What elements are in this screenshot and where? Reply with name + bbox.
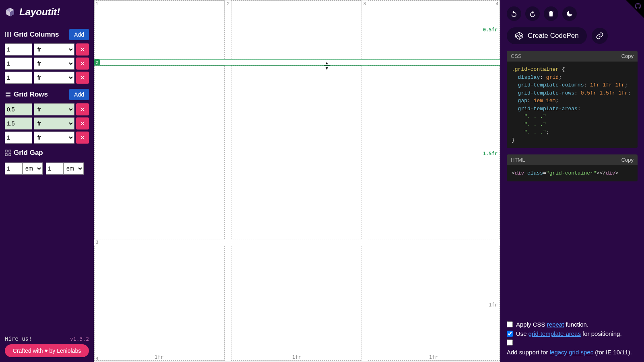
row-value-input[interactable] xyxy=(5,117,32,130)
repeat-link[interactable]: repeat xyxy=(547,321,564,328)
column-unit-select[interactable]: fr xyxy=(34,72,74,84)
remove-row-button[interactable] xyxy=(76,117,89,130)
grid-cell[interactable] xyxy=(94,66,225,239)
gap-header: Grid Gap xyxy=(5,149,89,157)
theme-toggle-button[interactable] xyxy=(562,6,577,21)
column-value-input[interactable] xyxy=(5,43,32,56)
css-label: CSS xyxy=(511,53,522,59)
grid-cell[interactable] xyxy=(231,66,361,239)
row-track-row: fr xyxy=(5,117,89,130)
svg-rect-0 xyxy=(5,150,7,152)
undo-button[interactable] xyxy=(507,6,521,21)
column-value-input[interactable] xyxy=(5,72,32,84)
grid-cell[interactable] xyxy=(368,246,500,361)
reset-button[interactable] xyxy=(544,6,558,21)
add-row-button[interactable]: Add xyxy=(69,89,89,100)
github-icon xyxy=(634,2,642,11)
remove-column-button[interactable] xyxy=(76,58,89,70)
row-fr-label: 0.5fr xyxy=(483,27,497,33)
html-code-body[interactable]: <div class="grid-container"></div> xyxy=(507,165,638,181)
columns-icon xyxy=(5,31,11,38)
logo-text: Layoutit! xyxy=(19,6,60,18)
css-code-body[interactable]: .grid-container { display: grid; grid-te… xyxy=(507,62,638,148)
grid-template-areas-link[interactable]: grid-template-areas xyxy=(528,330,581,337)
css-code-panel: CSS Copy .grid-container { display: grid… xyxy=(507,51,638,148)
grid-cell[interactable] xyxy=(368,66,500,239)
grid-cell[interactable] xyxy=(94,0,225,59)
col-fr-label: 1fr xyxy=(292,354,301,360)
moon-icon xyxy=(566,10,573,17)
rows-icon xyxy=(5,91,11,98)
remove-column-button[interactable] xyxy=(76,43,89,56)
legacy-grid-checkbox[interactable] xyxy=(507,339,513,346)
grid-cell[interactable] xyxy=(94,246,225,361)
row-value-input[interactable] xyxy=(5,132,32,144)
permalink-button[interactable] xyxy=(592,28,608,44)
trash-icon xyxy=(547,10,555,17)
row-track-row: fr xyxy=(5,132,89,144)
row-resize-cursor-icon: ▲▼ xyxy=(323,62,331,70)
grid-cell[interactable] xyxy=(231,0,361,59)
close-icon xyxy=(80,121,85,126)
hire-us-link[interactable]: Hire us! xyxy=(5,335,32,342)
gap-row-unit-select[interactable]: em xyxy=(23,162,43,175)
grid-cell[interactable] xyxy=(368,0,500,59)
row-gap-handle[interactable]: 2 xyxy=(94,59,500,66)
use-grid-areas-option[interactable]: Use grid-template-areas for positioning. xyxy=(507,330,638,337)
column-track-row: fr xyxy=(5,58,89,70)
redo-icon xyxy=(529,10,536,17)
gap-col-input[interactable] xyxy=(46,162,64,175)
col-line-num: 3 xyxy=(363,1,366,6)
gap-title: Grid Gap xyxy=(14,149,43,157)
crafted-by-link[interactable]: Crafted with ♥ by Leniolabs xyxy=(5,344,89,357)
column-unit-select[interactable]: fr xyxy=(34,43,74,56)
close-icon xyxy=(80,135,85,140)
copy-css-button[interactable]: Copy xyxy=(621,53,634,59)
row-fr-label: 1.5fr xyxy=(483,151,497,156)
toolbar-row xyxy=(507,6,638,21)
legacy-grid-spec-link[interactable]: legacy grid spec xyxy=(550,349,593,356)
apply-repeat-option[interactable]: Apply CSS repeat function. xyxy=(507,321,638,328)
remove-column-button[interactable] xyxy=(76,72,89,84)
columns-title: Grid Columns xyxy=(14,31,59,39)
undo-icon xyxy=(510,10,518,17)
html-code-panel: HTML Copy <div class="grid-container"></… xyxy=(507,154,638,181)
column-track-row: fr xyxy=(5,72,89,84)
gap-col-unit-select[interactable]: em xyxy=(64,162,84,175)
codepen-row: Create CodePen xyxy=(507,27,638,44)
remove-row-button[interactable] xyxy=(76,132,89,144)
remove-row-button[interactable] xyxy=(76,103,89,115)
row-unit-select[interactable]: fr xyxy=(34,103,74,115)
use-grid-areas-checkbox[interactable] xyxy=(507,331,513,337)
close-icon xyxy=(80,47,85,52)
col-fr-label: 1fr xyxy=(155,354,163,360)
sidebar-footer: Hire us! v1.3.2 Crafted with ♥ by Leniol… xyxy=(5,335,89,357)
create-codepen-button[interactable]: Create CodePen xyxy=(507,27,587,44)
columns-header: Grid Columns Add xyxy=(5,29,89,40)
html-label: HTML xyxy=(511,157,525,163)
col-fr-label: 1fr xyxy=(429,354,438,360)
close-icon xyxy=(80,107,85,112)
row-unit-select[interactable]: fr xyxy=(34,117,74,130)
column-track-row: fr xyxy=(5,43,89,56)
column-value-input[interactable] xyxy=(5,58,32,70)
row-line-num: 3 xyxy=(96,240,98,245)
grid-cell[interactable] xyxy=(231,246,361,361)
row-value-input[interactable] xyxy=(5,103,32,115)
svg-rect-3 xyxy=(9,154,11,156)
options: Apply CSS repeat function. Use grid-temp… xyxy=(507,321,638,356)
close-icon xyxy=(80,61,85,66)
logo[interactable]: Layoutit! xyxy=(5,5,89,19)
row-unit-select[interactable]: fr xyxy=(34,132,74,144)
add-column-button[interactable]: Add xyxy=(69,29,89,40)
sidebar-left: Layoutit! Grid Columns Add fr fr fr Grid… xyxy=(0,0,94,362)
column-unit-select[interactable]: fr xyxy=(34,58,74,70)
rows-title: Grid Rows xyxy=(14,90,48,99)
redo-button[interactable] xyxy=(525,6,540,21)
gap-row-input[interactable] xyxy=(5,162,23,175)
legacy-grid-option[interactable]: Add support for legacy grid spec (for IE… xyxy=(507,339,638,356)
grid-canvas[interactable]: 1 2 3 4 3 4 2 ▲▼ 0.5fr 1.5fr 1fr 1fr 1fr… xyxy=(94,0,500,362)
copy-html-button[interactable]: Copy xyxy=(621,157,634,163)
apply-repeat-checkbox[interactable] xyxy=(507,321,513,327)
rows-header: Grid Rows Add xyxy=(5,89,89,100)
